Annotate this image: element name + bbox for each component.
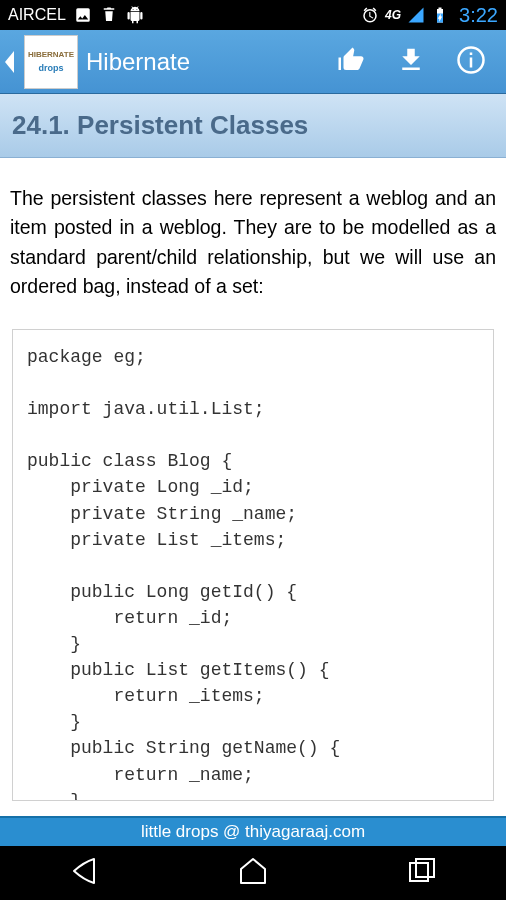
back-chevron-icon[interactable] <box>2 49 16 75</box>
info-button[interactable] <box>456 45 486 79</box>
app-icon[interactable]: HIBERNATE drops <box>24 35 78 89</box>
app-bar: HIBERNATE drops Hibernate <box>0 30 506 94</box>
android-icon <box>126 6 144 24</box>
like-button[interactable] <box>336 45 366 79</box>
svg-rect-2 <box>416 859 434 877</box>
android-status-bar: AIRCEL 4G 3:22 <box>0 0 506 30</box>
intro-paragraph: The persistent classes here represent a … <box>0 158 506 319</box>
carrier-label: AIRCEL <box>8 6 66 24</box>
image-icon <box>74 6 92 24</box>
4g-icon: 4G <box>385 8 401 22</box>
android-nav-bar <box>0 846 506 900</box>
battery-icon <box>431 6 449 24</box>
signal-icon <box>407 6 425 24</box>
download-button[interactable] <box>396 45 426 79</box>
nav-back-button[interactable] <box>66 853 102 893</box>
content-header: 24.1. Persistent Classes <box>0 94 506 158</box>
clock-time: 3:22 <box>459 4 498 27</box>
footer-link[interactable]: little drops @ thiyagaraaj.com <box>0 816 506 846</box>
cleaner-icon <box>100 6 118 24</box>
app-title: Hibernate <box>86 48 190 76</box>
nav-home-button[interactable] <box>235 853 271 893</box>
code-block: package eg; import java.util.List; publi… <box>12 329 494 801</box>
page-heading: 24.1. Persistent Classes <box>12 110 494 141</box>
svg-rect-1 <box>410 863 428 881</box>
content-area: 24.1. Persistent Classes The persistent … <box>0 94 506 832</box>
alarm-icon <box>361 6 379 24</box>
nav-recent-button[interactable] <box>404 853 440 893</box>
